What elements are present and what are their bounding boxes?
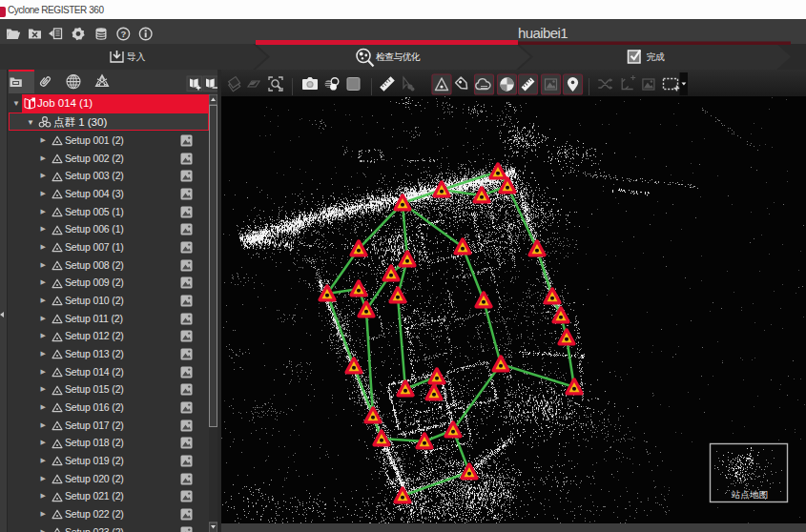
svg-text:检查与优化: 检查与优化 <box>376 51 421 62</box>
svg-text:导入: 导入 <box>127 51 146 62</box>
svg-text:?: ? <box>120 29 126 39</box>
svg-text:站点地图: 站点地图 <box>731 489 768 500</box>
svg-text:完成: 完成 <box>647 51 666 62</box>
